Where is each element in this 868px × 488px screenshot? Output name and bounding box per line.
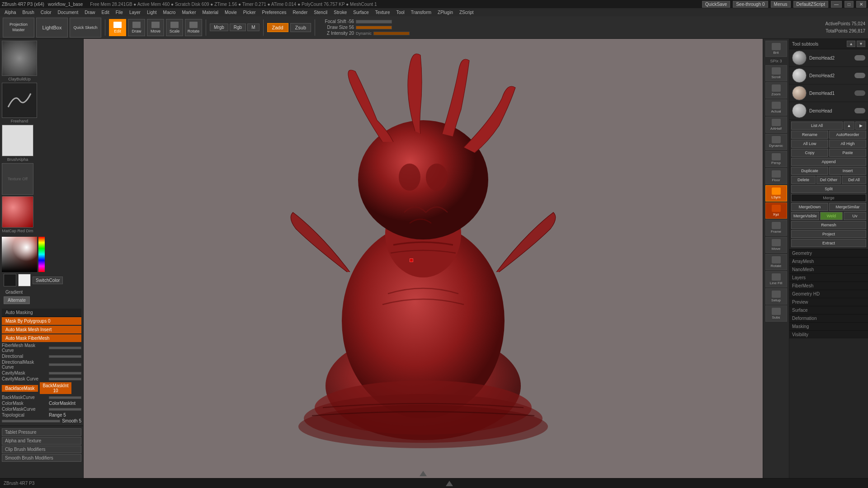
- project-btn[interactable]: Project: [791, 230, 866, 238]
- visibility-section[interactable]: Visibility: [789, 330, 868, 338]
- color-hue-slider[interactable]: [38, 237, 45, 272]
- preview-section[interactable]: Preview: [789, 298, 868, 306]
- mrgb-btn[interactable]: Mrgb: [210, 23, 228, 31]
- merge-down-btn[interactable]: MergeDown: [791, 203, 828, 211]
- aahalf-btn[interactable]: AAHalf: [765, 117, 787, 133]
- clay-alpha-thumb[interactable]: [2, 41, 37, 76]
- subtool-item-3[interactable]: DemoHead1: [789, 84, 868, 102]
- insert-btn[interactable]: Insert: [829, 167, 866, 175]
- backface-mask-btn[interactable]: BackfaceMask: [2, 385, 38, 392]
- smooth-slider[interactable]: [2, 420, 60, 422]
- del-all-btn[interactable]: Del All: [842, 176, 866, 184]
- subtool-item-4[interactable]: DemoHead: [789, 102, 868, 120]
- scroll-btn[interactable]: Scroll: [765, 65, 787, 81]
- nanomesh-section[interactable]: NanoMesh: [789, 265, 868, 273]
- fibermesh-mask-slider[interactable]: [49, 347, 81, 349]
- setup-btn[interactable]: Setup: [765, 288, 787, 305]
- xyz-btn[interactable]: Xyz: [765, 202, 787, 219]
- menu-macro[interactable]: Macro: [160, 9, 179, 15]
- persp-btn[interactable]: Persp: [765, 151, 787, 167]
- focal-shift-slider[interactable]: [356, 20, 392, 23]
- menu-draw[interactable]: Draw: [82, 9, 98, 15]
- colormask-curve-slider[interactable]: [49, 408, 81, 411]
- split-btn[interactable]: Split: [791, 185, 866, 193]
- cavity-slider[interactable]: [49, 372, 81, 375]
- menu-edit[interactable]: Edit: [99, 9, 112, 15]
- line-fill-btn[interactable]: Line Fill: [765, 271, 787, 287]
- menu-render[interactable]: Render: [290, 9, 311, 15]
- merge-similar-btn[interactable]: MergeSimilar: [829, 203, 866, 211]
- alternate-btn[interactable]: Alternate: [4, 296, 30, 304]
- clip-brush-btn[interactable]: Clip Brush Modifiers: [2, 446, 81, 453]
- delete-btn[interactable]: Delete: [791, 176, 816, 184]
- menu-zscript[interactable]: ZScript: [457, 9, 476, 15]
- merge-header-btn[interactable]: Merge: [791, 194, 866, 202]
- matcap-red-thumb[interactable]: [2, 196, 33, 228]
- menu-brush[interactable]: Brush: [20, 9, 37, 15]
- menu-preferences[interactable]: Preferences: [259, 9, 289, 15]
- auto-mask-mesh-insert-btn[interactable]: Auto Mask Mesh Insert: [2, 326, 81, 333]
- geometry-hd-section[interactable]: Geometry HD: [789, 290, 868, 298]
- alpha-texture-btn[interactable]: Alpha and Texture: [2, 437, 81, 445]
- extract-btn[interactable]: Extract: [791, 239, 866, 247]
- del-other-btn[interactable]: Del Other: [816, 176, 841, 184]
- menu-alpha[interactable]: Alpha: [2, 9, 19, 15]
- menu-zplugin[interactable]: ZPlugin: [435, 9, 456, 15]
- menu-color[interactable]: Color: [38, 9, 54, 15]
- minimize-btn[interactable]: —: [831, 1, 842, 8]
- texture-off-thumb[interactable]: Texture Off: [2, 163, 33, 195]
- tablet-pressure-btn[interactable]: Tablet Pressure: [2, 428, 81, 436]
- menu-layer[interactable]: Layer: [127, 9, 143, 15]
- projection-master-btn[interactable]: Projection Master: [3, 18, 34, 38]
- brit-btn[interactable]: Brit: [765, 41, 787, 57]
- menu-movie[interactable]: Movie: [222, 9, 240, 15]
- dir-mask-slider[interactable]: [49, 363, 81, 366]
- layers-section[interactable]: Layers: [789, 273, 868, 282]
- maximize-btn[interactable]: □: [844, 1, 854, 8]
- weld-btn[interactable]: Weld: [820, 212, 843, 220]
- move-3d-btn[interactable]: Move: [765, 237, 787, 253]
- zsub-btn[interactable]: Zsub: [290, 23, 311, 32]
- white-swatch[interactable]: [18, 274, 31, 286]
- subtool-toggle-3[interactable]: [854, 90, 865, 96]
- m-btn[interactable]: M: [247, 23, 259, 31]
- subtool-toggle-2[interactable]: [854, 73, 865, 78]
- masking-section[interactable]: Masking: [789, 322, 868, 330]
- auto-reorder-btn[interactable]: AutoReorder: [829, 131, 866, 139]
- subtool-item-1[interactable]: DemoHead2: [789, 49, 868, 67]
- menu-stencil[interactable]: Stencil: [311, 9, 330, 15]
- zadd-btn[interactable]: Zadd: [267, 23, 288, 32]
- duplicate-btn[interactable]: Duplicate: [791, 167, 828, 175]
- auto-masking-section[interactable]: Auto Masking: [2, 309, 81, 317]
- menu-stroke[interactable]: Stroke: [331, 9, 349, 15]
- backmask-curve-slider[interactable]: [49, 396, 81, 399]
- floor-btn[interactable]: Floor: [765, 168, 787, 184]
- menu-picker[interactable]: Picker: [241, 9, 259, 15]
- edit-btn[interactable]: Edit: [109, 19, 126, 36]
- rename-btn[interactable]: Rename: [791, 131, 828, 139]
- bottom-nav-triangle[interactable]: [420, 471, 427, 476]
- menu-marker[interactable]: Marker: [179, 9, 198, 15]
- quick-sketch-btn[interactable]: Quick Sketch: [70, 18, 101, 38]
- z-intensity-slider[interactable]: [373, 32, 410, 35]
- cavity-curve-slider[interactable]: [49, 378, 81, 380]
- scale-btn[interactable]: Scale: [166, 19, 183, 36]
- lsym-btn[interactable]: LSym: [765, 185, 787, 202]
- smooth-brush-btn[interactable]: Smooth Brush Modifiers: [2, 454, 81, 462]
- menus-btn[interactable]: Menus: [771, 1, 791, 8]
- nav-triangle[interactable]: [446, 481, 453, 486]
- subtool-down-btn[interactable]: ▼: [857, 41, 865, 47]
- color-spectrum[interactable]: [2, 237, 37, 272]
- default-zscript-btn[interactable]: DefaultZScript: [793, 1, 828, 8]
- dynamic-btn[interactable]: Dynamic: [765, 134, 787, 150]
- draw-btn[interactable]: Draw: [128, 19, 145, 36]
- all-high-btn[interactable]: All High: [829, 140, 866, 148]
- fibermesh-section[interactable]: FiberMesh: [789, 282, 868, 290]
- menu-texture[interactable]: Texture: [373, 9, 393, 15]
- draw-size-slider[interactable]: [356, 26, 392, 29]
- menu-file[interactable]: File: [113, 9, 126, 15]
- append-btn[interactable]: Append: [791, 158, 866, 166]
- auto-mask-fibermesh-btn[interactable]: Auto Mask FiberMesh: [2, 334, 81, 342]
- arrow-up-btn[interactable]: ▲: [844, 122, 854, 130]
- merge-visible-btn[interactable]: MergeVisible: [791, 212, 819, 220]
